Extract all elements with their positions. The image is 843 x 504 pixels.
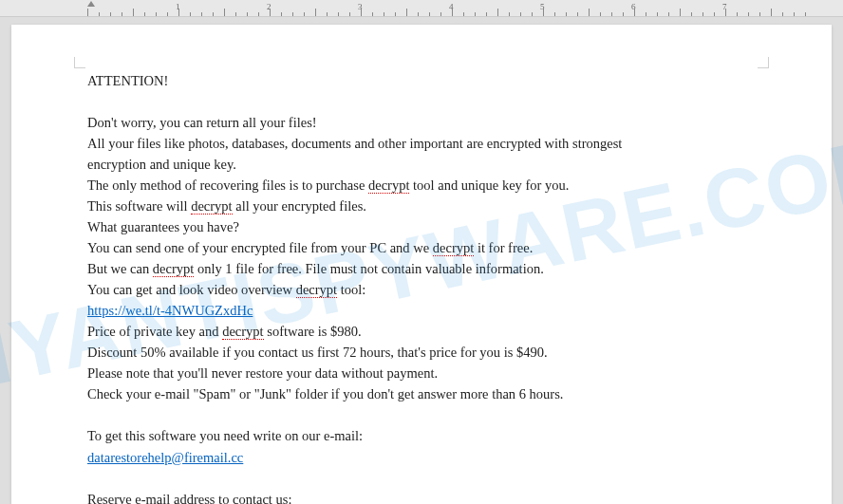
text-line: You can send one of your encrypted file … xyxy=(87,237,756,258)
text-line: What guarantees you have? xyxy=(87,216,756,237)
text-line: This software will decrypt all your encr… xyxy=(87,196,756,216)
text-line: Reserve e-mail address to contact us: xyxy=(87,489,756,504)
heading-attention: ATTENTION! xyxy=(87,70,756,91)
text-line: All your files like photos, databases, d… xyxy=(87,133,756,154)
contact-email[interactable]: datarestorehelp@firemail.cc xyxy=(87,450,243,465)
text-line: You can get and look video overview decr… xyxy=(87,279,756,300)
text-line: Don't worry, you can return all your fil… xyxy=(87,112,756,133)
text-line: datarestorehelp@firemail.cc xyxy=(87,447,756,468)
spellcheck-word: decrypt xyxy=(153,261,194,277)
page-container: MYANTISPYWARE.COM ATTENTION! Don't worry… xyxy=(0,17,843,504)
text-line: To get this software you need write on o… xyxy=(87,425,756,446)
text-line: Price of private key and decrypt softwar… xyxy=(87,321,756,342)
text-line: The only method of recovering files is t… xyxy=(87,175,756,196)
text-line: https://we.tl/t-4NWUGZxdHc xyxy=(87,300,756,321)
document-body[interactable]: ATTENTION! Don't worry, you can return a… xyxy=(87,70,756,504)
text-line: Check your e-mail "Spam" or "Junk" folde… xyxy=(87,383,756,404)
text-line: But we can decrypt only 1 file for free.… xyxy=(87,258,756,279)
text-line: encryption and unique key. xyxy=(87,154,756,175)
text-line: Discount 50% available if you contact us… xyxy=(87,342,756,363)
margin-marker-top-right xyxy=(758,57,769,68)
horizontal-ruler: 1234567 xyxy=(0,0,843,17)
spellcheck-word: decrypt xyxy=(296,282,337,298)
margin-marker-top-left xyxy=(74,57,85,68)
spellcheck-word: decrypt xyxy=(368,177,409,194)
spellcheck-word: decrypt xyxy=(191,198,232,215)
spellcheck-word: decrypt xyxy=(433,240,474,256)
document-page[interactable]: MYANTISPYWARE.COM ATTENTION! Don't worry… xyxy=(11,25,832,504)
video-link[interactable]: https://we.tl/t-4NWUGZxdHc xyxy=(87,303,253,318)
ruler-indent-marker[interactable] xyxy=(87,1,95,7)
text-line: Please note that you'll never restore yo… xyxy=(87,363,756,383)
spellcheck-word: decrypt xyxy=(222,324,263,340)
